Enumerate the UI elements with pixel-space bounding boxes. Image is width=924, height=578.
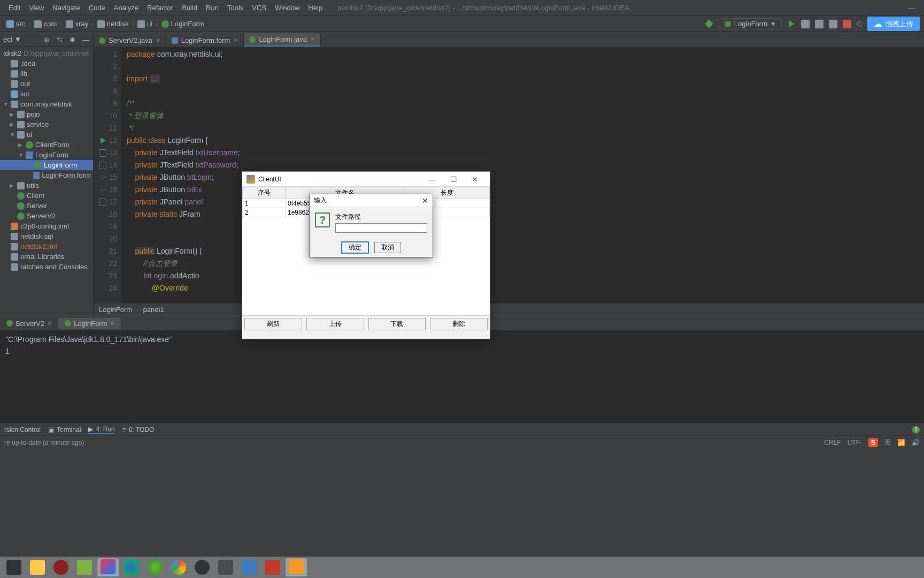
tree-item-lib[interactable]: lib	[0, 69, 93, 79]
menu-edit[interactable]: Edit	[4, 2, 25, 14]
file-path-input[interactable]	[335, 223, 427, 233]
tree-item-loginform[interactable]: ▼LoginForm	[0, 150, 93, 160]
project-label[interactable]: ect ▼	[3, 35, 21, 43]
maximize-button[interactable]: ☐	[443, 175, 464, 184]
coverage-button[interactable]	[815, 20, 823, 28]
menu-code[interactable]: Code	[84, 2, 110, 14]
editor-tab-ServerV2-java[interactable]: ServerV2.java✕	[94, 34, 166, 47]
tree-item-utils[interactable]: ▶utils	[0, 180, 93, 191]
tree-item-netdisk-sql[interactable]: netdisk.sql	[0, 231, 93, 241]
tree-item-client[interactable]: Client	[0, 191, 93, 201]
dialog-titlebar[interactable]: 输入 ✕	[310, 194, 433, 207]
minimize-button[interactable]: —	[904, 4, 920, 12]
taskbar-qq[interactable]	[191, 558, 213, 576]
stop-button[interactable]	[843, 20, 851, 28]
run-tab-ServerV2[interactable]: ServerV2✕	[0, 318, 58, 329]
taskbar-app-2[interactable]	[50, 558, 72, 576]
tree-item-service[interactable]: ▶service	[0, 119, 93, 130]
taskbar-chrome[interactable]	[168, 558, 189, 576]
tree-item-netdisk2-iml[interactable]: netdisk2.iml	[0, 241, 93, 252]
editor-gutter[interactable]: 123891011121314OK15OK161718192021222324	[94, 47, 121, 303]
ime-indicator[interactable]: S	[868, 438, 878, 447]
bc-src[interactable]: src	[4, 19, 27, 29]
menu-vcs[interactable]: VCS	[248, 2, 271, 14]
tree-item--idea[interactable]: .idea	[0, 58, 93, 69]
cancel-button[interactable]: 取消	[374, 242, 401, 253]
editor-tab-LoginForm-java[interactable]: LoginForm.java✕	[244, 33, 321, 47]
run-button[interactable]	[787, 20, 796, 28]
download-button[interactable]: 下载	[368, 318, 426, 330]
tree-item-out[interactable]: out	[0, 79, 93, 89]
taskbar-intellij[interactable]	[97, 558, 119, 576]
tree-item-ratches-and-consoles[interactable]: ratches and Consoles	[0, 262, 93, 272]
tree-item-com-xray-netdisk[interactable]: ▼com.xray.netdisk	[0, 99, 93, 109]
bc-ui[interactable]: ui	[135, 19, 155, 29]
menu-refactor[interactable]: Refactor	[143, 2, 178, 14]
collapse-icon[interactable]: ⇆	[57, 36, 64, 43]
taskbar-explorer[interactable]	[27, 558, 48, 576]
menu-window[interactable]: Window	[271, 2, 304, 14]
ok-button[interactable]: 确定	[341, 241, 369, 254]
menu-help[interactable]: Help	[304, 2, 327, 14]
delete-button[interactable]: 删除	[430, 318, 488, 330]
minimize-button[interactable]: —	[421, 175, 443, 184]
volume-icon[interactable]: 🔊	[912, 439, 920, 446]
tree-item-clientform[interactable]: ▶ClientForm	[0, 140, 93, 150]
window-title: netdisk2 [D:\xpp\java_code\netdisk2] - .…	[337, 4, 629, 12]
profiler-button[interactable]	[829, 20, 837, 28]
taskbar-app-3[interactable]	[74, 558, 95, 576]
tree-item-pojo[interactable]: ▶pojo	[0, 109, 93, 119]
event-log-badge[interactable]: 1	[912, 426, 920, 434]
bc-com[interactable]: com	[32, 19, 59, 29]
project-tree[interactable]: tdisk2 D:\xpp\java_code\net.idealiboutsr…	[0, 47, 93, 273]
tree-item-serverv2[interactable]: ServerV2	[0, 211, 93, 221]
build-icon[interactable]	[705, 20, 713, 28]
editor-tab-LoginForm-form[interactable]: LoginForm.form✕	[166, 34, 244, 47]
editor-area: ServerV2.java✕LoginForm.form✕LoginForm.j…	[94, 32, 924, 316]
tree-item-src[interactable]: src	[0, 89, 93, 99]
tree-item-ui[interactable]: ▼ui	[0, 130, 93, 140]
menu-build[interactable]: Build	[178, 2, 202, 14]
tree-item-server[interactable]: Server	[0, 201, 93, 211]
client-ui-titlebar[interactable]: ClientUI — ☐ ✕	[242, 172, 490, 187]
tree-item-ernal-libraries[interactable]: ernal Libraries	[0, 252, 93, 262]
menu-analyze[interactable]: Analyze	[110, 2, 143, 14]
drag-upload-button[interactable]: ☁ 拖拽上传	[867, 17, 920, 31]
menu-navigate[interactable]: Navigate	[48, 2, 84, 14]
taskbar-edge[interactable]	[121, 558, 142, 576]
taskbar-xshell[interactable]	[262, 558, 283, 576]
menu-run[interactable]: Run	[202, 2, 223, 14]
bc-class[interactable]: LoginForm	[159, 19, 206, 29]
bc-xray[interactable]: xray	[64, 19, 91, 29]
tree-item-loginform-form[interactable]: LoginForm.form	[0, 170, 93, 180]
run-tool[interactable]: ▶ 4: Run	[88, 425, 114, 434]
locate-icon[interactable]: ⊕	[44, 36, 51, 43]
terminal-tool[interactable]: ▣ Terminal	[48, 426, 81, 434]
refresh-button[interactable]: 刷新	[244, 318, 302, 330]
start-button[interactable]	[3, 558, 25, 576]
bc-netdisk[interactable]: netdisk	[95, 19, 131, 29]
tree-item-c3p0-config-xml[interactable]: c3p0-config.xml	[0, 221, 93, 231]
upload-button[interactable]: 上传	[306, 318, 364, 330]
taskbar-app-8[interactable]	[238, 558, 260, 576]
run-configuration-selector[interactable]: LoginForm ▼	[719, 18, 782, 29]
taskbar-java[interactable]	[286, 558, 307, 576]
menu-view[interactable]: View	[25, 2, 48, 14]
file-encoding[interactable]: UTF-	[848, 439, 862, 446]
line-separator[interactable]: CRLF	[824, 439, 841, 446]
debug-button[interactable]	[801, 20, 810, 28]
todo-tool[interactable]: ≡ 6: TODO	[122, 426, 155, 434]
taskbar-app-5[interactable]	[144, 558, 166, 576]
settings-icon[interactable]: ✱	[70, 36, 77, 43]
version-control-tool[interactable]: rsion Control	[4, 426, 41, 434]
bottom-tool-bar: rsion Control ▣ Terminal ▶ 4: Run ≡ 6: T…	[0, 423, 924, 436]
editor-breadcrumb[interactable]: LoginForm › panel1	[94, 303, 924, 316]
run-tab-LoginForm[interactable]: LoginForm✕	[58, 318, 121, 329]
taskbar-sublime[interactable]	[215, 558, 236, 576]
tree-item-loginform[interactable]: LoginForm	[0, 160, 93, 170]
menu-tools[interactable]: Tools	[223, 2, 248, 14]
dialog-close-button[interactable]: ✕	[422, 196, 428, 205]
hide-icon[interactable]: —	[82, 36, 90, 43]
col-index[interactable]: 序号	[243, 187, 286, 199]
close-button[interactable]: ✕	[464, 175, 486, 184]
